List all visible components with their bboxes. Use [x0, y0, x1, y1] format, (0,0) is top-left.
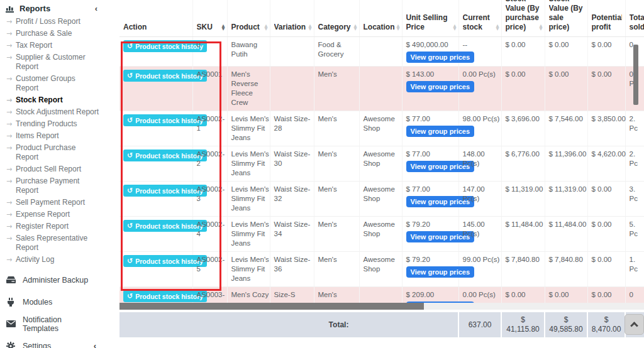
horizontal-scrollbar-thumb[interactable]	[119, 303, 424, 310]
action-cell: ↺Product stock history	[119, 182, 192, 217]
location-cell	[359, 287, 402, 303]
vertical-scrollbar-thumb[interactable]	[633, 45, 638, 105]
view-group-prices-button[interactable]: View group prices	[406, 126, 475, 137]
total-unit-sold-cell: 2. Pc	[625, 146, 644, 182]
sidebar-item-stock-adjustment-report[interactable]: →Stock Adjustment Report	[0, 106, 103, 118]
history-icon: ↺	[127, 222, 133, 230]
col-header-sku[interactable]: SKU▲▼	[192, 0, 227, 37]
sidebar-item-sales-representative-report[interactable]: →Sales Representative Report	[0, 232, 103, 254]
arrow-icon: →	[6, 74, 16, 84]
sidebar-item-activity-log[interactable]: →Activity Log	[0, 254, 103, 266]
arrow-icon: →	[6, 210, 16, 219]
sidebar-item-items-report[interactable]: →Items Report	[0, 130, 103, 142]
sort-icon: ▲▼	[540, 24, 543, 31]
potential-profit-cell: $ 0.00	[587, 67, 625, 111]
sidebar-item-purchase-payment-report[interactable]: →Purchase Payment Report	[0, 175, 103, 197]
product-cell: Men's Reverse Fleece Crew	[227, 67, 270, 111]
action-cell: ↺Product stock history	[119, 217, 192, 252]
sidebar-item-purchase-sale[interactable]: →Purchase & Sale	[0, 28, 103, 40]
arrow-icon: →	[6, 143, 16, 153]
table-header-row: Action SKU▲▼ Product▲▼ Variation▲▼ Categ…	[119, 0, 644, 37]
sidebar-item-product-purchase-report[interactable]: →Product Purchase Report	[0, 142, 103, 163]
view-group-prices-button[interactable]: View group prices	[406, 52, 475, 63]
product-stock-history-button[interactable]: ↺Product stock history	[123, 150, 207, 161]
view-group-prices-button[interactable]: View group prices	[406, 81, 475, 92]
sidebar-item-label: Administer Backup	[23, 276, 88, 285]
sidebar-item-sell-payment-report[interactable]: →Sell Payment Report	[0, 197, 103, 209]
category-cell: Men's	[314, 217, 359, 252]
sidebar-item-register-report[interactable]: →Register Report	[0, 220, 103, 232]
variation-cell	[270, 67, 314, 111]
sidebar-item-expense-report[interactable]: →Expense Report	[0, 209, 103, 220]
col-header-stock-value-sale[interactable]: Current Stock Value (By sale price)	[545, 0, 587, 37]
arrow-icon: →	[6, 131, 16, 141]
sidebar-item-notification-templates[interactable]: Notification Templates	[0, 313, 103, 335]
view-group-prices-button[interactable]: View group prices	[406, 266, 475, 278]
horizontal-scrollbar-track[interactable]	[119, 303, 644, 310]
action-cell: ↺Product stock history	[119, 287, 192, 303]
variation-cell: Waist Size- 30	[270, 146, 314, 182]
product-stock-history-button[interactable]: ↺Product stock history	[123, 70, 207, 82]
col-header-current-stock[interactable]: Current stock▲▼	[458, 0, 501, 37]
sidebar-item-product-sell-report[interactable]: →Product Sell Report	[0, 163, 103, 175]
current-stock-cell: 147.00 Pc(s)	[458, 182, 501, 217]
sort-icon: ▲▼	[309, 24, 312, 31]
variation-cell: Waist Size- 36	[270, 252, 314, 287]
sidebar-item-supplier-customer-report[interactable]: →Supplier & Customer Report	[0, 52, 103, 73]
product-cell: Levis Men's Slimmy Fit Jeans	[227, 217, 270, 252]
sidebar-item-customer-groups-report[interactable]: →Customer Groups Report	[0, 73, 103, 94]
product-stock-history-button[interactable]: ↺Product stock history	[123, 255, 207, 267]
potential-profit-cell: $ 4,620.00	[587, 146, 625, 182]
current-stock-cell: 148.00 Pc(s)	[458, 146, 501, 182]
sidebar-item-profit-loss-report[interactable]: →Profit / Loss Report	[0, 16, 103, 28]
gear-icon	[6, 342, 17, 348]
history-icon: ↺	[127, 72, 133, 80]
variation-cell	[270, 37, 314, 67]
arrow-icon: →	[6, 107, 16, 117]
col-header-category[interactable]: Category▲▼	[314, 0, 359, 37]
sku-cell: AS0001	[192, 67, 227, 111]
col-header-unit-selling-price[interactable]: Unit Selling Price▲▼	[402, 0, 458, 37]
sidebar-item-settings[interactable]: Settings ‹	[0, 335, 103, 348]
location-cell	[359, 37, 402, 67]
sidebar-section-reports[interactable]: Reports ‹	[0, 0, 103, 16]
total-current-stock: 637.00	[458, 312, 501, 337]
stock-value-purchase-cell: $ 0.00	[501, 287, 545, 303]
potential-profit-cell: $ 3,850.00	[587, 111, 625, 146]
arrow-icon: →	[6, 41, 16, 50]
sidebar-item-label: Purchase Payment Report	[16, 177, 100, 195]
history-icon: ↺	[127, 151, 133, 160]
col-header-potential-profit[interactable]: Potential profit	[587, 0, 625, 37]
col-header-location[interactable]: Location▲▼	[359, 0, 402, 37]
scroll-to-top-button[interactable]	[625, 314, 644, 335]
sidebar-item-trending-products[interactable]: →Trending Products	[0, 118, 103, 130]
product-stock-history-button[interactable]: ↺Product stock history	[123, 185, 207, 197]
product-stock-history-button[interactable]: ↺Product stock history	[123, 290, 207, 302]
sidebar-item-label: Items Report	[16, 131, 59, 141]
sidebar-item-stock-report[interactable]: →Stock Report	[0, 94, 103, 106]
sidebar-item-tax-report[interactable]: →Tax Report	[0, 40, 103, 52]
sidebar-item-modules[interactable]: Modules	[0, 291, 103, 313]
col-header-variation[interactable]: Variation▲▼	[270, 0, 314, 37]
col-header-total-unit-sold[interactable]: Total unit sold	[625, 0, 644, 37]
variation-cell: Waist Size- 34	[270, 217, 314, 252]
arrow-icon: →	[6, 234, 16, 243]
sidebar-item-label: Profit / Loss Report	[16, 17, 80, 26]
location-cell: Awesome Shop	[359, 111, 402, 146]
price-cell: $ 490,000.00View group prices	[402, 37, 458, 67]
history-icon: ↺	[127, 42, 133, 50]
col-header-stock-value-purchase[interactable]: Current Stock Value (By purchase price)▲…	[501, 0, 545, 37]
product-stock-history-button[interactable]: ↺Product stock history	[123, 220, 207, 232]
sidebar-item-label: Product Sell Report	[16, 165, 81, 174]
col-header-product[interactable]: Product▲▼	[227, 0, 270, 37]
total-row: Total: 637.00 $ 41,115.80 $ 49,585.80 $ …	[119, 312, 644, 337]
sort-icon: ▲▼	[397, 24, 400, 31]
category-cell: Food & Grocery	[314, 37, 359, 67]
product-stock-history-button[interactable]: ↺Product stock history	[123, 114, 207, 126]
sidebar-item-label: Product Purchase Report	[16, 143, 100, 162]
location-cell: Awesome Shop	[359, 252, 402, 287]
sidebar-item-administer-backup[interactable]: Administer Backup	[0, 269, 103, 291]
product-stock-history-button[interactable]: ↺Product stock history	[123, 40, 207, 52]
potential-profit-cell: $ 0.00	[587, 287, 625, 303]
stock-value-purchase-cell: $ 11,484.00	[501, 217, 545, 252]
